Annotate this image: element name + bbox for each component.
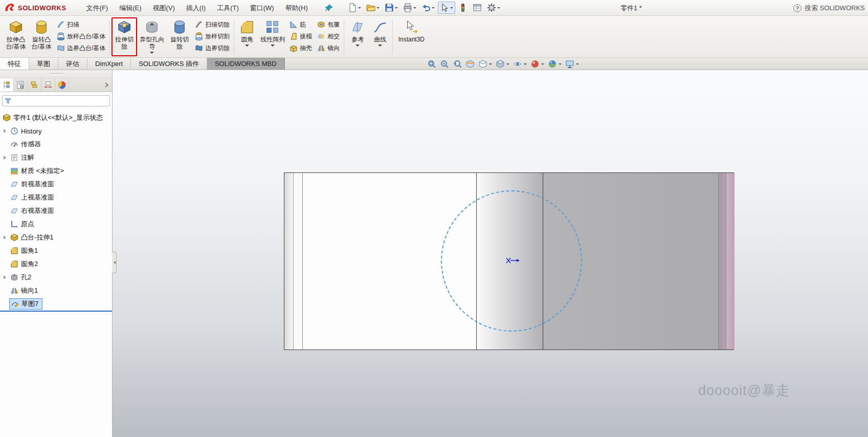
view-settings-button[interactable] bbox=[565, 59, 579, 69]
select-tool-button[interactable] bbox=[438, 2, 455, 14]
dropdown-caret-icon[interactable] bbox=[271, 45, 275, 49]
panel-collapse-handle[interactable] bbox=[112, 252, 117, 273]
tree-item-front-plane[interactable]: 前视基准面 bbox=[0, 178, 112, 191]
search-input[interactable]: 搜索 SOLIDWORKS bbox=[805, 4, 865, 13]
ribbon-draft-button[interactable]: 拔模 bbox=[288, 31, 314, 41]
rebuild-button[interactable] bbox=[456, 2, 470, 14]
expand-arrow-icon[interactable] bbox=[4, 275, 8, 279]
ribbon-wrap-button[interactable]: 包覆 bbox=[316, 19, 341, 30]
new-document-button[interactable] bbox=[346, 2, 363, 14]
ribbon-curves-button[interactable]: 曲线 bbox=[369, 17, 391, 56]
panel-tabs-overflow-chevron[interactable] bbox=[104, 81, 110, 90]
chevron-right-icon bbox=[104, 81, 110, 89]
tree-item-sketch7[interactable]: 草图7 bbox=[0, 297, 112, 311]
tree-item-mirror1[interactable]: 镜向1 bbox=[0, 284, 112, 297]
display-style-button[interactable] bbox=[496, 59, 509, 69]
dimxpertmanager-tab[interactable] bbox=[41, 78, 55, 92]
ribbon-intersect-button[interactable]: 相交 bbox=[316, 31, 341, 41]
part-face-pink-edge[interactable] bbox=[726, 173, 735, 349]
tree-root-part[interactable]: 零件1 (默认<<默认>_显示状态 bbox=[0, 111, 112, 124]
ribbon-swept-cut-button[interactable]: 扫描切除 bbox=[193, 19, 231, 30]
tree-item-origin[interactable]: 原点 bbox=[0, 217, 112, 231]
save-button[interactable] bbox=[383, 2, 400, 14]
tree-item-fillet2[interactable]: 圆角2 bbox=[0, 257, 112, 271]
tree-item-annotations[interactable]: 注解 bbox=[0, 151, 112, 164]
ribbon-lofted-cut-button[interactable]: 放样切割 bbox=[193, 31, 231, 41]
displaymanager-tab[interactable] bbox=[55, 78, 69, 92]
menu-edit[interactable]: 编辑(E) bbox=[114, 0, 147, 16]
expand-arrow-icon[interactable] bbox=[4, 156, 8, 160]
filter-input[interactable] bbox=[13, 96, 108, 105]
ribbon-fillet-button[interactable]: 圆角 bbox=[236, 17, 258, 56]
zoom-to-fit-icon[interactable] bbox=[427, 59, 436, 69]
ribbon-reference-geometry-button[interactable]: 参考 bbox=[346, 17, 369, 56]
dropdown-caret-icon[interactable] bbox=[150, 52, 154, 56]
ribbon-extruded-cut-button[interactable]: 拉伸切除 bbox=[112, 17, 137, 56]
configurationmanager-tab[interactable] bbox=[28, 78, 41, 92]
ribbon-boundary-boss-button[interactable]: 边界凸台/基体 bbox=[55, 43, 107, 53]
ribbon-linear-pattern-button[interactable]: 线性阵列 bbox=[258, 17, 287, 56]
part-face-left-edge[interactable] bbox=[284, 173, 293, 349]
expand-arrow-icon[interactable] bbox=[4, 235, 8, 239]
tree-item-sensors[interactable]: 传感器 bbox=[0, 138, 112, 151]
tree-item-right-plane[interactable]: 右视基准面 bbox=[0, 204, 112, 217]
part-face-right-shade[interactable] bbox=[718, 173, 726, 349]
graphics-area[interactable]: dooooit@暴走 bbox=[113, 70, 868, 437]
menu-view[interactable]: 视图(V) bbox=[147, 0, 181, 16]
options-button[interactable] bbox=[485, 2, 502, 14]
tree-item-top-plane[interactable]: 上视基准面 bbox=[0, 191, 112, 204]
tree-item-material[interactable]: 材质 <未指定> bbox=[0, 164, 112, 178]
print-button[interactable] bbox=[401, 2, 418, 14]
open-button[interactable] bbox=[364, 2, 382, 14]
tree-item-hole2[interactable]: 孔2 bbox=[0, 271, 112, 284]
edit-appearance-button[interactable] bbox=[530, 59, 544, 69]
menu-help[interactable]: 帮助(H) bbox=[280, 0, 314, 16]
part-face-left-strip[interactable] bbox=[293, 173, 302, 349]
tab-solidworks-mbd[interactable]: SOLIDWORKS MBD bbox=[207, 58, 285, 70]
dropdown-caret-icon[interactable] bbox=[355, 45, 360, 49]
ribbon-lofted-boss-button[interactable]: 放样凸台/基体 bbox=[55, 31, 107, 41]
tree-filter-box[interactable] bbox=[2, 95, 110, 106]
panel-splitter[interactable] bbox=[0, 70, 112, 78]
dropdown-caret-icon[interactable] bbox=[378, 45, 382, 49]
ribbon-revolved-cut-button[interactable]: 旋转切除 bbox=[167, 17, 192, 56]
dropdown-caret-icon[interactable] bbox=[245, 45, 249, 49]
section-view-icon[interactable] bbox=[465, 59, 475, 69]
undo-button[interactable] bbox=[419, 2, 437, 14]
ribbon-swept-boss-button[interactable]: 扫描 bbox=[55, 19, 107, 30]
file-properties-button[interactable] bbox=[471, 2, 484, 14]
ribbon-rib-button[interactable]: 筋 bbox=[288, 19, 314, 30]
expand-arrow-icon[interactable] bbox=[4, 129, 8, 133]
ribbon-hole-wizard-button[interactable]: 异型孔向导 bbox=[137, 17, 167, 56]
dropdown-caret-icon bbox=[559, 63, 562, 67]
tree-item-boss-extrude1[interactable]: 凸台-拉伸1 bbox=[0, 231, 112, 244]
view-orientation-button[interactable] bbox=[478, 59, 492, 69]
menu-tools[interactable]: 工具(T) bbox=[211, 0, 244, 16]
ribbon-mirror-button[interactable]: 镜向 bbox=[316, 43, 341, 53]
featuremanager-tree-tab[interactable] bbox=[0, 78, 14, 92]
ribbon-instant3d-button[interactable]: Instant3D bbox=[394, 17, 428, 56]
rollback-bar[interactable] bbox=[0, 311, 112, 312]
apply-scene-button[interactable] bbox=[548, 59, 562, 69]
zoom-to-area-icon[interactable] bbox=[440, 59, 449, 69]
tab-sketch[interactable]: 草图 bbox=[29, 58, 58, 70]
previous-view-icon[interactable] bbox=[453, 59, 462, 69]
tree-item-history[interactable]: History bbox=[0, 124, 112, 138]
sketch-origin-marker[interactable] bbox=[505, 256, 521, 266]
ribbon-shell-button[interactable]: 抽壳 bbox=[288, 43, 314, 53]
tree-item-fillet1[interactable]: 圆角1 bbox=[0, 244, 112, 257]
ribbon-boundary-cut-button[interactable]: 边界切除 bbox=[193, 43, 231, 53]
tab-dimxpert[interactable]: DimXpert bbox=[87, 58, 131, 70]
tab-solidworks-addins[interactable]: SOLIDWORKS 插件 bbox=[131, 58, 207, 70]
help-icon[interactable]: ? bbox=[793, 4, 802, 12]
pin-menu-button[interactable] bbox=[325, 4, 333, 12]
menu-insert[interactable]: 插入(I) bbox=[181, 0, 211, 16]
propertymanager-tab[interactable] bbox=[14, 78, 28, 92]
tab-features[interactable]: 特征 bbox=[0, 58, 29, 70]
menu-file[interactable]: 文件(F) bbox=[81, 0, 114, 16]
hide-show-items-button[interactable] bbox=[513, 59, 527, 69]
ribbon-extruded-boss-button[interactable]: 拉伸凸台/基体 bbox=[3, 17, 29, 56]
menu-window[interactable]: 窗口(W) bbox=[244, 0, 280, 16]
tab-evaluate[interactable]: 评估 bbox=[58, 58, 87, 70]
ribbon-revolved-boss-button[interactable]: 旋转凸台/基体 bbox=[29, 17, 54, 56]
